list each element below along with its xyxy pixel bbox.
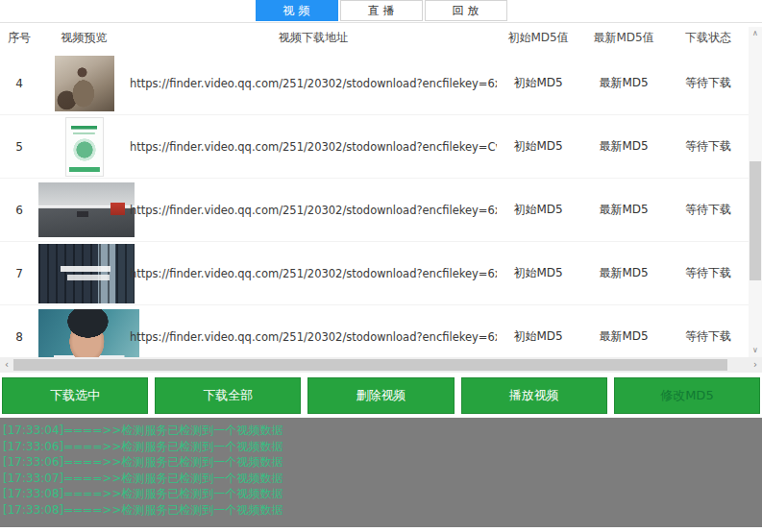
latest-md5: 最新MD5 — [579, 138, 668, 155]
table-row[interactable]: 6https://finder.video.qq.com/251/20302/s… — [0, 179, 762, 242]
video-thumbnail[interactable] — [38, 182, 135, 237]
delete-video-button[interactable]: 删除视频 — [307, 377, 454, 414]
table-row[interactable]: 7https://finder.video.qq.com/251/20302/s… — [0, 242, 762, 305]
latest-md5: 最新MD5 — [579, 202, 668, 218]
log-line: [17:33:07]====>>检测服务已检测到一个视频数据 — [3, 471, 762, 487]
initial-md5: 初始MD5 — [497, 265, 579, 281]
table-body: 4https://finder.video.qq.com/251/20302/s… — [0, 52, 762, 357]
log-line: [17:33:06]====>>检测服务已检测到一个视频数据 — [3, 454, 762, 471]
download-all-button[interactable]: 下载全部 — [155, 377, 301, 414]
scroll-down-icon[interactable]: ∨ — [749, 344, 762, 357]
download-status: 等待下载 — [668, 138, 749, 155]
log-line: [17:33:08]====>>检测服务已检测到一个视频数据 — [3, 486, 762, 502]
header-latest-md5: 最新MD5值 — [579, 30, 668, 46]
log-panel: [17:33:04]====>>检测服务已检测到一个视频数据[17:33:06]… — [0, 418, 762, 527]
header-status: 下载状态 — [668, 30, 749, 46]
row-index: 4 — [0, 77, 38, 90]
download-status: 等待下载 — [668, 265, 749, 281]
initial-md5: 初始MD5 — [497, 202, 579, 218]
video-thumbnail[interactable] — [38, 244, 135, 303]
tab-video[interactable]: 视 频 — [256, 0, 338, 21]
header-initial-md5: 初始MD5值 — [497, 30, 579, 46]
row-index: 7 — [0, 267, 38, 280]
header-preview: 视频预览 — [38, 30, 130, 46]
tab-bar: 视 频 直 播 回 放 — [0, 0, 762, 23]
log-line: [17:33:08]====>>检测服务已检测到一个视频数据 — [3, 502, 762, 519]
row-index: 6 — [0, 204, 38, 217]
horizontal-scroll-thumb[interactable] — [13, 359, 727, 371]
table-row[interactable]: 5https://finder.video.qq.com/251/20302/s… — [0, 115, 762, 179]
video-table: 序号 视频预览 视频下载地址 初始MD5值 最新MD5值 下载状态 4https… — [0, 23, 762, 357]
video-url: https://finder.video.qq.com/251/20302/st… — [130, 204, 497, 217]
download-status: 等待下载 — [668, 328, 749, 345]
latest-md5: 最新MD5 — [579, 265, 668, 281]
latest-md5: 最新MD5 — [579, 328, 668, 345]
preview-cell — [38, 244, 130, 303]
horizontal-scrollbar[interactable]: ‹ › — [0, 357, 762, 373]
preview-cell — [38, 182, 130, 237]
play-video-button[interactable]: 播放视频 — [461, 377, 607, 414]
video-thumbnail[interactable] — [55, 56, 114, 111]
table-row[interactable]: 8https://finder.video.qq.com/251/20302/s… — [0, 305, 762, 357]
download-status: 等待下载 — [668, 202, 749, 218]
vertical-scroll-thumb[interactable] — [750, 161, 761, 280]
preview-cell — [38, 56, 130, 111]
action-button-bar: 下载选中下载全部删除视频播放视频修改MD5 — [0, 377, 762, 414]
scroll-left-icon[interactable]: ‹ — [0, 357, 13, 373]
table-row[interactable]: 4https://finder.video.qq.com/251/20302/s… — [0, 52, 762, 115]
log-line: [17:33:04]====>>检测服务已检测到一个视频数据 — [3, 423, 762, 439]
video-thumbnail[interactable] — [38, 309, 139, 358]
video-url: https://finder.video.qq.com/251/20302/st… — [130, 140, 497, 154]
scroll-up-icon[interactable]: ∧ — [749, 27, 762, 40]
initial-md5: 初始MD5 — [497, 138, 579, 155]
table-header: 序号 视频预览 视频下载地址 初始MD5值 最新MD5值 下载状态 — [0, 23, 762, 52]
video-thumbnail[interactable] — [65, 117, 104, 177]
modify-md5-button[interactable]: 修改MD5 — [614, 377, 760, 414]
preview-cell — [38, 117, 130, 177]
video-url: https://finder.video.qq.com/251/20302/st… — [130, 267, 497, 280]
video-url: https://finder.video.qq.com/251/20302/st… — [130, 77, 497, 90]
row-index: 8 — [0, 330, 38, 344]
row-index: 5 — [0, 140, 38, 154]
video-url: https://finder.video.qq.com/251/20302/st… — [130, 330, 497, 344]
tab-live[interactable]: 直 播 — [340, 0, 423, 21]
download-selected-button[interactable]: 下载选中 — [2, 377, 148, 414]
header-url: 视频下载地址 — [130, 30, 497, 46]
preview-cell — [38, 309, 130, 358]
app-window: 视 频 直 播 回 放 序号 视频预览 视频下载地址 初始MD5值 最新MD5值… — [0, 0, 762, 532]
initial-md5: 初始MD5 — [497, 75, 579, 91]
initial-md5: 初始MD5 — [497, 328, 579, 345]
scroll-right-icon[interactable]: › — [749, 357, 762, 373]
tab-replay[interactable]: 回 放 — [425, 0, 507, 21]
vertical-scrollbar[interactable]: ∧ ∨ — [749, 27, 762, 357]
header-index: 序号 — [0, 30, 38, 46]
latest-md5: 最新MD5 — [579, 75, 668, 91]
log-line: [17:33:06]====>>检测服务已检测到一个视频数据 — [3, 439, 762, 455]
download-status: 等待下载 — [668, 75, 749, 91]
